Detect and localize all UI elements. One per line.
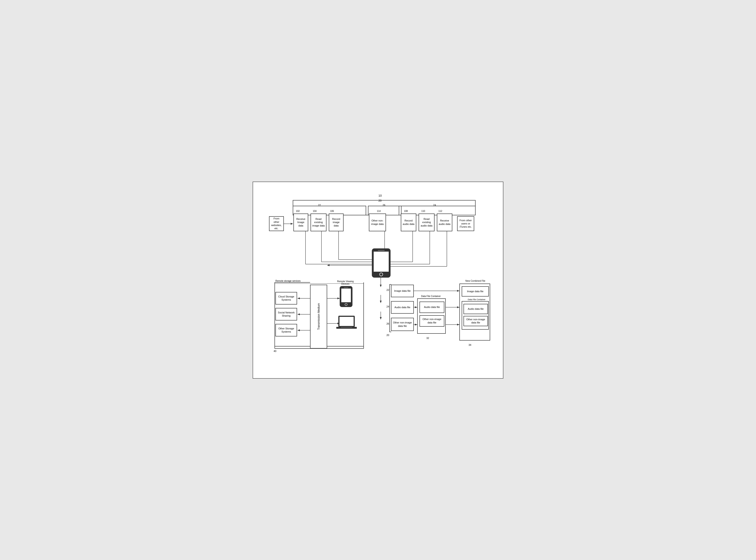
node-26-label: 26 [386,322,389,325]
combined-audio-box: Audio data file [463,304,488,314]
svg-marker-46 [327,264,330,266]
label-10: 10 [378,194,382,197]
phone-label: 100 [379,261,383,263]
label-106: 106 [330,210,334,212]
svg-rect-3 [293,200,475,215]
phone-device-100: 100 [371,248,392,278]
record-image-box: Record image data [329,214,343,231]
page: 10 20 22 26 24 102 104 106 114 108 110 1… [253,182,503,379]
svg-rect-73 [339,317,354,326]
combined-other-text: Other non-image data file [465,318,486,324]
cloud-storage-text: Cloud Storage Systems [277,295,296,302]
svg-marker-26 [291,223,293,225]
new-combined-label: New Combined File [462,280,489,282]
svg-marker-38 [415,306,417,308]
other-non-image-box: Other non-image data [369,214,386,231]
from-websites-box: From other websites, etc. [269,216,284,231]
combined-image-box: Image data file [462,286,489,297]
svg-marker-50 [297,314,300,315]
data-file-container-label-1: Data File Container [417,295,445,297]
label-110: 110 [421,210,425,212]
combined-container-label: Data File Container [462,298,491,301]
record-audio-text: Record audio data [402,219,415,226]
combined-other-box: Other non-image data file [463,316,488,326]
node-24-label: 24 [386,305,389,308]
diagram: 10 20 22 26 24 102 104 106 114 108 110 1… [258,186,498,374]
receive-audio-text: Receive audio data [438,219,451,226]
read-image-box: Read existing image data [311,214,327,231]
container-other-box: Other non-image data file [420,315,444,327]
label-24: 24 [433,204,436,206]
label-32: 32 [426,337,429,339]
container-audio-box: Audio data file [420,302,444,313]
label-22: 22 [318,204,321,206]
svg-marker-52 [297,329,300,331]
combined-container-box: Audio data file Other non-image data fil… [462,301,489,329]
image-data-file-box: Image data file [391,285,414,297]
svg-rect-71 [344,287,348,288]
remote-phone-icon [339,286,353,307]
label-26: 26 [382,204,385,206]
social-network-text: Social Network Sharing [277,311,296,318]
record-image-text: Record image data [330,217,342,227]
combined-image-text: Image data file [467,290,483,293]
svg-marker-40 [415,324,417,325]
record-audio-box: Record audio data [401,214,416,231]
label-102: 102 [296,210,300,212]
read-audio-box: Read existing audio data [419,214,435,231]
audio-data-file-text: Audio data file [394,306,411,309]
label-114: 114 [377,210,381,212]
other-storage-text: Other Storage Systems [277,327,296,334]
svg-rect-67 [378,250,385,251]
label-20-top: 20 [378,199,381,202]
transmission-box: Transmission Medium [310,285,327,348]
other-non-image-file-text: Other non-image data file [392,321,413,327]
svg-marker-32 [380,301,382,303]
svg-rect-75 [341,327,352,328]
receive-image-box: Receive Image data [293,214,308,231]
receive-image-text: Receive Image data [295,217,307,227]
node-20-label: 20 [386,334,389,337]
social-network-box: Social Network Sharing [275,308,297,320]
transmission-text: Transmission Medium [317,303,320,330]
svg-marker-36 [457,290,459,292]
label-108: 108 [404,210,408,212]
svg-marker-34 [380,317,382,319]
remote-viewing-label: Remote Viewing Devices [333,280,358,285]
read-image-text: Read existing image data [312,217,325,227]
laptop-icon [336,316,357,330]
svg-marker-44 [457,324,459,325]
node-22-label: 22 [386,288,389,291]
label-104: 104 [313,210,317,212]
svg-marker-42 [457,306,459,308]
label-112: 112 [438,210,442,212]
combined-audio-text: Audio data file [468,307,484,311]
cloud-storage-box: Cloud Storage Systems [275,292,297,304]
audio-data-file-box: Audio data file [391,301,414,314]
other-non-image-text: Other non-image data [370,219,385,226]
remote-storage-label: Remote storage services [275,280,301,282]
svg-marker-48 [297,297,300,299]
label-40: 40 [274,350,276,353]
container-other-text: Other non-image data file [421,318,443,324]
other-non-image-file-box: Other non-image data file [391,318,414,331]
svg-marker-30 [380,285,382,287]
from-websites-text: From other websites, etc. [270,217,282,230]
other-storage-box: Other Storage Systems [275,324,297,337]
container-audio-text: Audio data file [424,305,440,308]
new-combined-file-box: Image data file Data File Container Audi… [459,283,490,341]
receive-audio-box: Receive audio data [437,214,452,231]
label-34: 34 [468,343,471,346]
from-itunes-text: From other users or iTunes etc. [459,219,473,228]
from-itunes-box: From other users or iTunes etc. [457,216,474,231]
svg-rect-69 [341,288,351,302]
read-audio-text: Read existing audio data [420,217,433,227]
data-file-container-1: Audio data file Other non-image data fil… [417,298,446,334]
image-data-file-text: Image data file [394,289,411,293]
